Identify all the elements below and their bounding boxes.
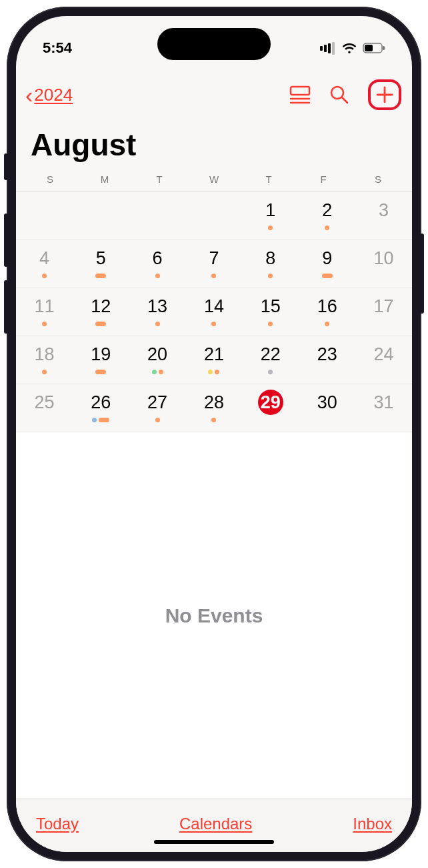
day-number: 25 bbox=[31, 390, 57, 415]
day-empty bbox=[73, 192, 129, 240]
day-3[interactable]: 3 bbox=[355, 192, 412, 240]
day-number: 19 bbox=[88, 342, 113, 367]
event-dots bbox=[208, 368, 219, 375]
event-dot bbox=[211, 418, 216, 422]
event-dot bbox=[159, 370, 163, 374]
day-8[interactable]: 8 bbox=[242, 240, 299, 288]
event-dot bbox=[42, 274, 47, 278]
silence-switch bbox=[4, 153, 8, 180]
event-dots bbox=[95, 272, 106, 279]
event-dots bbox=[155, 320, 160, 327]
day-7[interactable]: 7 bbox=[186, 240, 243, 288]
weekday-label: S bbox=[23, 173, 77, 185]
day-5[interactable]: 5 bbox=[73, 240, 129, 288]
home-indicator[interactable] bbox=[154, 840, 274, 844]
day-number: 31 bbox=[371, 390, 397, 415]
event-dot bbox=[99, 418, 109, 422]
day-2[interactable]: 2 bbox=[299, 192, 355, 240]
wifi-icon bbox=[341, 42, 357, 54]
bottom-toolbar: Today Calendars Inbox bbox=[16, 799, 412, 852]
event-dots bbox=[211, 272, 216, 279]
day-number: 5 bbox=[88, 246, 113, 271]
day-number: 14 bbox=[201, 294, 227, 319]
status-right bbox=[320, 42, 385, 55]
day-27[interactable]: 27 bbox=[129, 384, 186, 432]
event-dot bbox=[155, 274, 160, 278]
event-dots bbox=[322, 272, 333, 279]
day-13[interactable]: 13 bbox=[129, 288, 186, 336]
day-18[interactable]: 18 bbox=[16, 336, 73, 384]
day-number: 30 bbox=[315, 390, 340, 415]
inbox-button[interactable]: Inbox bbox=[353, 815, 392, 833]
event-dots bbox=[95, 320, 106, 327]
day-15[interactable]: 15 bbox=[242, 288, 299, 336]
nav-bar: ‹ 2024 bbox=[16, 68, 412, 115]
chevron-left-icon: ‹ bbox=[25, 83, 33, 106]
day-28[interactable]: 28 bbox=[186, 384, 243, 432]
day-29[interactable]: 29 bbox=[242, 384, 299, 432]
battery-icon bbox=[363, 43, 385, 53]
day-number: 13 bbox=[145, 294, 170, 319]
day-20[interactable]: 20 bbox=[129, 336, 186, 384]
day-19[interactable]: 19 bbox=[73, 336, 129, 384]
day-number: 7 bbox=[201, 246, 227, 271]
day-10[interactable]: 10 bbox=[355, 240, 412, 288]
day-31[interactable]: 31 bbox=[355, 384, 412, 432]
day-empty bbox=[16, 192, 73, 240]
day-number: 8 bbox=[258, 246, 283, 271]
search-icon[interactable] bbox=[329, 85, 349, 105]
day-21[interactable]: 21 bbox=[186, 336, 243, 384]
day-25[interactable]: 25 bbox=[16, 384, 73, 432]
calendars-button[interactable]: Calendars bbox=[179, 815, 252, 833]
volume-up bbox=[4, 213, 8, 267]
event-dot bbox=[325, 322, 329, 326]
cellular-signal-icon bbox=[320, 42, 336, 55]
today-button[interactable]: Today bbox=[36, 815, 79, 833]
day-23[interactable]: 23 bbox=[299, 336, 355, 384]
event-dot bbox=[211, 274, 216, 278]
day-6[interactable]: 6 bbox=[129, 240, 186, 288]
screen: 5:54 ‹ 2024 bbox=[16, 16, 412, 852]
add-event-button[interactable] bbox=[368, 79, 401, 110]
nav-actions bbox=[289, 79, 399, 110]
no-events-label: No Events bbox=[165, 604, 263, 627]
day-30[interactable]: 30 bbox=[299, 384, 355, 432]
event-dots bbox=[211, 320, 216, 327]
event-dot bbox=[95, 274, 106, 278]
svg-rect-2 bbox=[383, 46, 385, 50]
event-dot bbox=[268, 274, 273, 278]
day-11[interactable]: 11 bbox=[16, 288, 73, 336]
day-4[interactable]: 4 bbox=[16, 240, 73, 288]
weekday-label: F bbox=[296, 173, 351, 185]
day-16[interactable]: 16 bbox=[299, 288, 355, 336]
day-22[interactable]: 22 bbox=[242, 336, 299, 384]
back-to-year-button[interactable]: ‹ 2024 bbox=[25, 83, 73, 106]
weekday-label: T bbox=[132, 173, 187, 185]
day-24[interactable]: 24 bbox=[355, 336, 412, 384]
day-number: 28 bbox=[201, 390, 227, 415]
day-12[interactable]: 12 bbox=[73, 288, 129, 336]
weekday-label: M bbox=[77, 173, 132, 185]
list-view-icon[interactable] bbox=[289, 85, 311, 104]
day-number: 24 bbox=[371, 342, 397, 367]
day-number bbox=[88, 197, 113, 223]
year-label: 2024 bbox=[34, 85, 73, 105]
month-title: August bbox=[16, 115, 412, 171]
day-number: 21 bbox=[201, 342, 227, 367]
event-dots bbox=[42, 272, 47, 279]
event-dot bbox=[95, 370, 106, 374]
day-26[interactable]: 26 bbox=[73, 384, 129, 432]
weekday-label: S bbox=[351, 173, 405, 185]
day-number: 4 bbox=[31, 246, 57, 271]
day-1[interactable]: 1 bbox=[242, 192, 299, 240]
power-button bbox=[420, 234, 424, 314]
day-14[interactable]: 14 bbox=[186, 288, 243, 336]
day-17[interactable]: 17 bbox=[355, 288, 412, 336]
event-dot bbox=[42, 322, 47, 326]
day-9[interactable]: 9 bbox=[299, 240, 355, 288]
event-dots bbox=[268, 320, 273, 327]
event-dots bbox=[42, 368, 47, 375]
day-number: 20 bbox=[145, 342, 170, 367]
event-dots bbox=[325, 320, 329, 327]
day-number: 2 bbox=[315, 197, 340, 223]
